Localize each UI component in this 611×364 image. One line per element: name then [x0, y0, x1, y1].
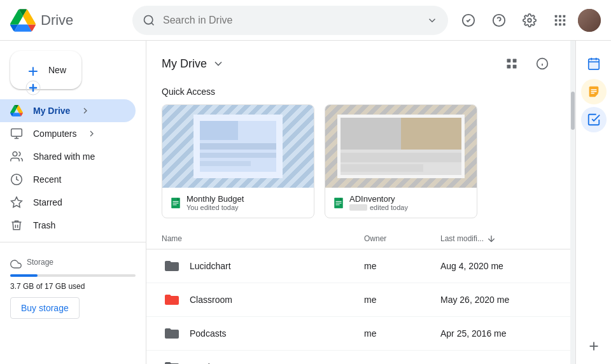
svg-point-0: [144, 15, 153, 24]
add-icon: [587, 339, 601, 353]
svg-rect-48: [336, 201, 342, 202]
svg-rect-43: [341, 118, 401, 150]
storage-bar-fill: [10, 274, 38, 277]
svg-rect-11: [563, 19, 566, 22]
scrollbar-track[interactable]: [570, 41, 575, 364]
right-panel-add-button[interactable]: [581, 333, 607, 359]
qa-sub-adinventory: edited today: [349, 204, 469, 211]
svg-rect-44: [401, 118, 461, 150]
file-owner-lucidchart: me: [364, 261, 440, 271]
sidebar-item-recent[interactable]: Recent: [0, 168, 136, 191]
apps-grid-icon: [553, 13, 567, 27]
file-owner-podcasts: me: [364, 328, 440, 339]
table-row[interactable]: Podcasts me Apr 25, 2016 me: [146, 317, 570, 351]
user-avatar[interactable]: [578, 9, 601, 32]
settings-icon-btn[interactable]: [517, 8, 542, 33]
drive-title-chevron-icon[interactable]: [212, 57, 225, 70]
file-name-podcasts: Podcasts: [190, 328, 364, 339]
new-button-label: New: [48, 65, 66, 75]
sidebar-item-my-drive[interactable]: My Drive: [0, 99, 136, 122]
sidebar-item-computers[interactable]: Computers: [0, 122, 136, 145]
apps-icon-btn[interactable]: [547, 8, 573, 33]
sidebar-starred-label: Starred: [33, 197, 62, 207]
drive-header: My Drive: [146, 41, 570, 81]
svg-rect-52: [588, 59, 599, 70]
qa-sub-monthly-budget: You edited today: [186, 204, 306, 211]
qa-info-adinventory: ADInventory edited today: [325, 188, 477, 218]
col-header-owner: Owner: [364, 234, 440, 243]
help-icon-btn[interactable]: [486, 8, 512, 33]
svg-rect-50: [336, 204, 340, 205]
tasks-icon: [587, 113, 601, 127]
sidebar-item-trash[interactable]: Trash: [0, 214, 136, 237]
table-row[interactable]: Freelance me Apr 4, 2016 me: [146, 351, 570, 364]
svg-rect-9: [555, 19, 558, 22]
svg-rect-6: [555, 15, 558, 17]
sidebar-recent-label: Recent: [33, 174, 61, 185]
search-input[interactable]: [163, 15, 421, 26]
storage-bar-bg: [10, 274, 136, 277]
qa-text-adinventory: ADInventory edited today: [349, 194, 469, 211]
notes-icon: [587, 85, 601, 99]
svg-rect-56: [591, 89, 596, 90]
my-drive-expand-icon: [80, 106, 90, 116]
quick-access-grid: Monthly Budget You edited today: [146, 99, 570, 228]
recent-icon: [10, 173, 23, 186]
sidebar-trash-label: Trash: [33, 220, 55, 230]
storage-used-text: 3.7 GB of 17 GB used: [10, 282, 136, 291]
sidebar-divider: [0, 242, 146, 242]
new-button[interactable]: New: [10, 51, 81, 89]
folder-icon-freelance: [162, 357, 182, 364]
my-drive-icon: [10, 104, 23, 117]
calendar-panel-button[interactable]: [581, 51, 607, 76]
quick-access-label: Quick Access: [146, 81, 570, 99]
starred-icon: [10, 196, 23, 209]
svg-rect-14: [563, 23, 566, 25]
drive-header-actions: [499, 51, 555, 76]
svg-rect-25: [513, 59, 517, 63]
drive-logo-icon: [10, 8, 36, 33]
svg-point-21: [13, 152, 17, 157]
qa-thumbnail-monthly-budget: [162, 105, 314, 188]
sort-arrow-icon: [486, 234, 496, 244]
svg-rect-18: [11, 129, 22, 137]
grid-view-button[interactable]: [499, 51, 524, 76]
table-row[interactable]: Lucidchart me Aug 4, 2020 me: [146, 249, 570, 283]
file-modified-lucidchart: Aug 4, 2020 me: [440, 261, 555, 271]
storage-section: Storage 3.7 GB of 17 GB used Buy storage: [0, 248, 146, 324]
svg-rect-10: [559, 19, 561, 22]
table-row[interactable]: Classroom me May 26, 2020 me: [146, 283, 570, 317]
col-header-modified[interactable]: Last modifi...: [440, 234, 555, 244]
tasks-panel-button[interactable]: [581, 107, 607, 132]
notes-panel-button[interactable]: [581, 79, 607, 104]
support-icon-btn[interactable]: [456, 8, 481, 33]
svg-rect-36: [200, 161, 251, 166]
qa-card-adinventory[interactable]: ADInventory edited today: [325, 104, 477, 218]
qa-name-adinventory: ADInventory: [349, 194, 469, 204]
shared-with-me-icon: [10, 150, 23, 163]
svg-rect-24: [507, 59, 511, 63]
svg-rect-13: [559, 23, 561, 25]
file-name-lucidchart: Lucidchart: [190, 261, 364, 271]
svg-rect-57: [591, 91, 596, 92]
trash-icon: [10, 219, 23, 232]
file-list-header: Name Owner Last modifi...: [146, 228, 570, 249]
sidebar-my-drive-label: My Drive: [33, 106, 70, 116]
sheets-icon-2: [333, 197, 344, 209]
file-modified-podcasts: Apr 25, 2016 me: [440, 328, 555, 339]
qa-card-monthly-budget[interactable]: Monthly Budget You edited today: [162, 104, 314, 218]
scrollbar-thumb[interactable]: [571, 92, 575, 130]
info-button[interactable]: [530, 51, 555, 76]
sidebar-item-starred[interactable]: Starred: [0, 191, 136, 214]
drive-title-area: My Drive: [162, 57, 225, 71]
sidebar-item-shared-with-me[interactable]: Shared with me: [0, 145, 136, 168]
svg-rect-7: [559, 15, 561, 17]
svg-rect-8: [563, 15, 566, 17]
qa-info-monthly-budget: Monthly Budget You edited today: [162, 188, 314, 218]
buy-storage-button[interactable]: Buy storage: [10, 297, 80, 319]
grid-view-icon: [505, 57, 518, 70]
search-chevron-icon: [426, 15, 438, 26]
storage-label: Storage: [27, 258, 53, 267]
computers-expand-icon: [87, 129, 97, 139]
search-bar[interactable]: [132, 6, 448, 35]
